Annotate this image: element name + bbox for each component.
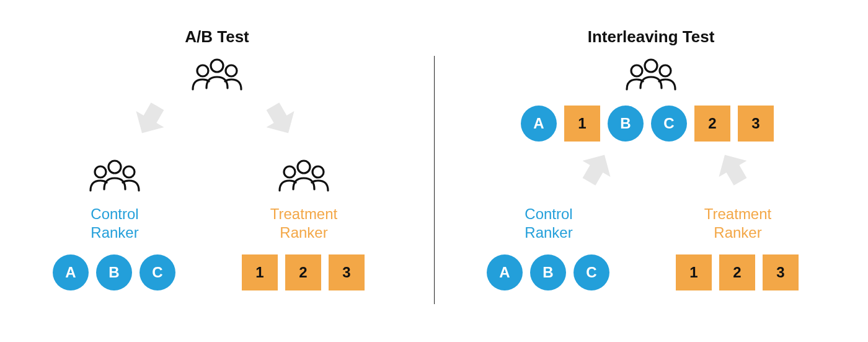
result-square: 1 [242,254,278,290]
result-circle: B [530,254,566,290]
result-circle: B [608,106,644,142]
label-line: Ranker [525,224,572,241]
label-line: Ranker [714,224,761,241]
result-circle: A [487,254,523,290]
result-square: 2 [285,254,321,290]
label-line: Control [91,205,138,222]
ab-test-title: A/B Test [155,27,279,47]
people-icon [276,158,332,196]
people-icon [623,57,679,94]
label-line: Treatment [270,205,337,222]
label-line: Treatment [704,205,771,222]
result-square: 2 [719,254,755,290]
arrow-up-right-icon [706,142,760,196]
result-circle: C [140,254,175,290]
control-items: A B C [487,254,609,290]
result-square: 3 [738,106,774,142]
result-square: 2 [694,106,730,142]
result-square: 3 [763,254,799,290]
treatment-ranker-label: Treatment Ranker [254,205,353,242]
control-items: A B C [53,254,175,290]
result-circle: B [96,254,132,290]
treatment-items: 1 2 3 [676,254,799,290]
control-ranker-label: Control Ranker [502,205,595,242]
treatment-items: 1 2 3 [242,254,365,290]
control-ranker-label: Control Ranker [68,205,161,242]
result-circle: A [521,106,557,142]
result-circle: C [651,106,687,142]
result-square: 3 [329,254,365,290]
arrow-down-left-icon [123,92,177,146]
label-line: Ranker [91,224,138,241]
arrow-down-right-icon [253,92,307,146]
people-icon [87,158,143,196]
label-line: Control [525,205,572,222]
result-circle: C [574,254,609,290]
arrow-up-left-icon [569,142,623,196]
label-line: Ranker [280,224,327,241]
treatment-ranker-label: Treatment Ranker [688,205,787,242]
result-circle: A [53,254,89,290]
result-square: 1 [564,106,600,142]
people-icon [189,57,245,94]
interleaved-items: A 1 B C 2 3 [521,106,774,142]
result-square: 1 [676,254,712,290]
vertical-divider [434,56,435,304]
diagram-root: A/B Test Control Ranker Treatment Ranker… [0,0,868,342]
interleaving-title: Interleaving Test [564,27,738,47]
